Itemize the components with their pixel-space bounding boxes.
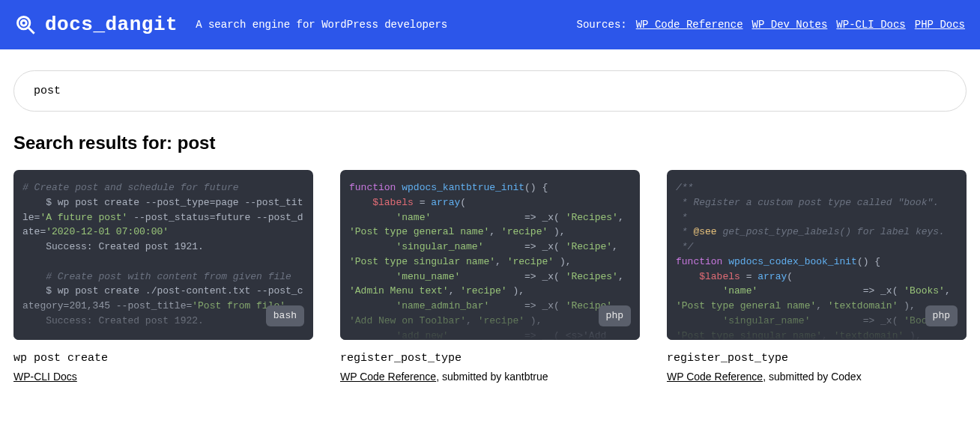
source-link-php-docs[interactable]: PHP Docs (915, 19, 965, 31)
sources-nav: Sources: WP Code Reference WP Dev Notes … (576, 19, 965, 31)
code-snippet[interactable]: # Create post and schedule for future $ … (13, 170, 313, 340)
code-content: function wpdocs_kantbtrue_init() { $labe… (349, 180, 631, 340)
result-source-link[interactable]: WP-CLI Docs (13, 371, 77, 383)
language-badge: php (599, 305, 631, 326)
svg-point-0 (18, 17, 30, 29)
code-snippet[interactable]: function wpdocs_kantbtrue_init() { $labe… (340, 170, 640, 340)
source-link-wp-cli-docs[interactable]: WP-CLI Docs (836, 19, 905, 31)
result-title: register_post_type (667, 352, 967, 365)
language-badge: bash (266, 305, 304, 326)
result-source-link[interactable]: WP Code Reference (340, 371, 436, 383)
code-content: # Create post and schedule for future $ … (22, 180, 304, 329)
source-link-wp-dev-notes[interactable]: WP Dev Notes (752, 19, 828, 31)
submitted-by: , submitted by kantbtrue (436, 371, 548, 383)
result-title: register_post_type (340, 352, 640, 365)
code-content: /** * Register a custom post type called… (676, 180, 958, 340)
sources-label: Sources: (576, 19, 626, 31)
logo[interactable]: docs_dangit (15, 13, 178, 36)
tagline: A search engine for WordPress developers (196, 19, 447, 31)
result-card: /** * Register a custom post type called… (667, 170, 967, 383)
svg-point-1 (21, 20, 26, 25)
result-card: function wpdocs_kantbtrue_init() { $labe… (340, 170, 640, 383)
result-meta: WP Code Reference, submitted by kantbtru… (340, 371, 640, 383)
site-header: docs_dangit A search engine for WordPres… (0, 0, 980, 49)
svg-line-2 (28, 28, 34, 34)
result-source-link[interactable]: WP Code Reference (667, 371, 763, 383)
search-icon (15, 14, 36, 35)
submitted-by: , submitted by Codex (763, 371, 862, 383)
result-meta: WP Code Reference, submitted by Codex (667, 371, 967, 383)
source-link-wp-code-reference[interactable]: WP Code Reference (636, 19, 743, 31)
result-card: # Create post and schedule for future $ … (13, 170, 313, 383)
logo-text: docs_dangit (45, 13, 178, 36)
main-content: Search results for: post # Create post a… (0, 49, 980, 404)
results-heading: Search results for: post (13, 133, 967, 153)
search-input[interactable] (13, 70, 967, 112)
code-snippet[interactable]: /** * Register a custom post type called… (667, 170, 967, 340)
language-badge: php (925, 305, 958, 326)
result-title: wp post create (13, 352, 313, 365)
results-grid: # Create post and schedule for future $ … (13, 170, 967, 383)
result-meta: WP-CLI Docs (13, 371, 313, 383)
